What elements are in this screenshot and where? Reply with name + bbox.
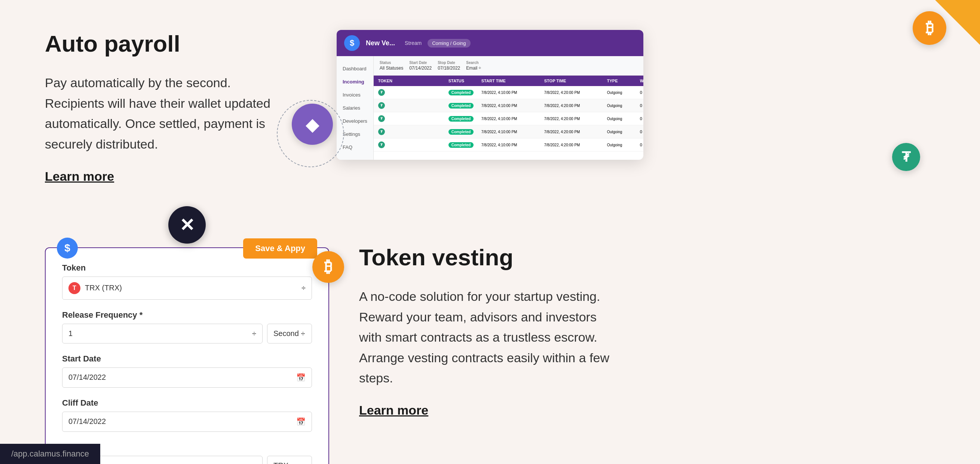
cell-status: Completed	[449, 90, 479, 95]
cell-type: Outgoing	[607, 91, 637, 95]
cell-token: ₮	[378, 89, 445, 96]
app-body: Dashboard Incoming Invoices Salaries Dev…	[337, 56, 643, 160]
cliff-date-input[interactable]: 07/14/2022 📅	[62, 411, 312, 432]
app-subtitle: Stream	[405, 40, 422, 46]
app-screenshot-area: ◆ ₿ $ New Ve... Stream Coming / Going	[307, 22, 935, 160]
search-label: Search	[466, 61, 481, 65]
cell-type: Outgoing	[607, 143, 637, 147]
token-label: Token	[62, 263, 312, 273]
start-date-input[interactable]: 07/14/2022 📅	[62, 367, 312, 387]
app-screenshot: $ New Ve... Stream Coming / Going Dashbo…	[337, 30, 643, 160]
release-freq-unit: Second ÷	[274, 329, 305, 338]
app-header: $ New Ve... Stream Coming / Going	[337, 30, 643, 56]
calendar-icon-2: 📅	[296, 417, 305, 426]
cliff-date-value: 07/14/2022	[68, 417, 106, 426]
status-filter-label: Status	[380, 61, 403, 65]
sidebar-item-salaries[interactable]: Salaries	[337, 101, 373, 115]
start-date-value[interactable]: 07/14/2022	[409, 65, 432, 71]
amount-stepper: ÷	[252, 461, 256, 464]
auto-payroll-title: Auto payroll	[45, 30, 307, 57]
cell-status: Completed	[449, 116, 479, 121]
start-date-field: Start Date 07/14/2022 📅	[62, 354, 312, 387]
cell-token: ₮	[378, 142, 445, 148]
col-header-start: START TIME	[481, 78, 541, 83]
bottom-bar-url: /app.calamus.finance	[11, 449, 89, 458]
cliff-date-label: Cliff Date	[62, 398, 312, 408]
sidebar-item-dashboard[interactable]: Dashboard	[337, 62, 373, 75]
cell-withdraw: 0	[640, 103, 643, 108]
cell-withdraw: 0	[640, 116, 643, 121]
token-select-input[interactable]: T TRX (TRX) ÷	[62, 276, 312, 300]
cell-status: Completed	[449, 129, 479, 134]
bottom-section: ✕ ₿ ₮ Save & Appy $ Token	[0, 214, 980, 464]
cell-status: Completed	[449, 143, 479, 147]
app-status: Coming / Going	[428, 39, 470, 48]
calendar-icon: 📅	[296, 373, 305, 382]
amount-unit: TRX	[274, 461, 288, 464]
app-main: Status All Statuses Start Date 07/14/202…	[374, 56, 643, 160]
table-row: ₮ Completed 7/8/2022, 4:10:00 PM 7/8/202…	[374, 86, 643, 99]
table-row: ₮ Completed 7/8/2022, 4:10:00 PM 7/8/202…	[374, 112, 643, 125]
cell-withdraw: 0	[640, 143, 643, 147]
col-header-status: STATUS	[449, 78, 479, 83]
cell-stop: 7/8/2022, 4:20:00 PM	[544, 104, 604, 108]
form-card: Save & Appy $ Token T TRX (TRX) ÷	[45, 247, 329, 464]
start-date-label: Start Date	[409, 61, 432, 65]
status-badge: Completed	[449, 129, 474, 135]
cell-start: 7/8/2022, 4:10:00 PM	[481, 143, 541, 147]
xrp-icon: ✕	[168, 206, 206, 244]
cell-withdraw: 0	[640, 129, 643, 134]
release-freq-stepper-icon: ÷	[252, 329, 256, 338]
token-vesting-description: A no-code solution for your startup vest…	[359, 286, 613, 388]
stop-date-filter-group: Stop Date 07/18/2022	[438, 61, 460, 71]
status-filter-group: Status All Statuses	[380, 61, 403, 71]
xrp-symbol: ✕	[180, 214, 194, 235]
bottom-bar: /app.calamus.finance	[0, 444, 100, 464]
cell-status: Completed	[449, 103, 479, 108]
token-vesting-content: Token vesting A no-code solution for you…	[359, 229, 935, 418]
release-freq-label: Release Frequency *	[62, 310, 312, 320]
cell-withdraw: 0	[640, 90, 643, 95]
token-vesting-learn-more[interactable]: Learn more	[359, 403, 428, 418]
tether-icon: ₮	[378, 102, 385, 109]
cell-token: ₮	[378, 102, 445, 109]
release-freq-field: Release Frequency * 1 ÷ Second ÷	[62, 310, 312, 343]
status-filter-value[interactable]: All Statuses	[380, 65, 403, 71]
amount-unit-display: TRX	[267, 456, 312, 464]
table-row: ₮ Completed 7/8/2022, 4:10:00 PM 7/8/202…	[374, 99, 643, 112]
status-badge: Completed	[449, 90, 474, 96]
bitcoin-icon-top: ₿	[913, 11, 947, 45]
stop-date-label: Stop Date	[438, 61, 460, 65]
release-freq-unit-select[interactable]: Second ÷	[267, 324, 312, 343]
token-dropdown-icon: ÷	[301, 284, 305, 292]
start-date-label: Start Date	[62, 354, 312, 364]
tether-icon: ₮	[378, 142, 385, 148]
sidebar-item-incoming[interactable]: Incoming	[337, 75, 373, 88]
tether-icon: ₮	[378, 128, 385, 135]
status-badge: Completed	[449, 103, 474, 108]
auto-payroll-learn-more[interactable]: Learn more	[45, 169, 114, 184]
search-value[interactable]: Email ÷	[466, 65, 481, 71]
page-wrapper: Auto payroll Pay automatically by the se…	[0, 0, 980, 464]
table-header: TOKEN STATUS START TIME STOP TIME TYPE W…	[374, 76, 643, 86]
status-badge: Completed	[449, 116, 474, 121]
token-value: TRX (TRX)	[85, 284, 122, 292]
release-freq-input[interactable]: 1 ÷	[62, 324, 262, 343]
table-row: ₮ Completed 7/8/2022, 4:10:00 PM 7/8/202…	[374, 139, 643, 151]
app-logo: $	[344, 35, 360, 51]
form-mockup-container: ✕ ₿ ₮ Save & Appy $ Token	[45, 229, 329, 464]
stop-date-value[interactable]: 07/18/2022	[438, 65, 460, 71]
token-vesting-title: Token vesting	[359, 244, 935, 271]
ethereum-symbol: ◆	[305, 114, 320, 135]
save-apply-button[interactable]: Save & Appy	[243, 238, 317, 258]
cell-stop: 7/8/2022, 4:20:00 PM	[544, 117, 604, 121]
release-freq-value: 1	[68, 329, 73, 338]
cell-start: 7/8/2022, 4:10:00 PM	[481, 117, 541, 121]
cell-type: Outgoing	[607, 117, 637, 121]
cell-stop: 7/8/2022, 4:20:00 PM	[544, 143, 604, 147]
cell-type: Outgoing	[607, 130, 637, 134]
top-section: Auto payroll Pay automatically by the se…	[0, 0, 980, 214]
col-header-type: TYPE	[607, 78, 637, 83]
sidebar-item-invoices[interactable]: Invoices	[337, 88, 373, 101]
cell-start: 7/8/2022, 4:10:00 PM	[481, 104, 541, 108]
